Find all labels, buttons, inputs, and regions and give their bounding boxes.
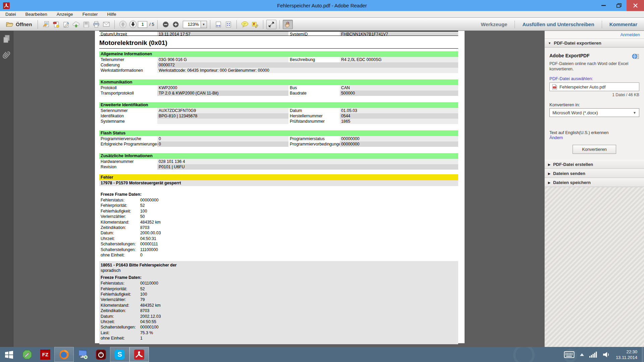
selected-file-box[interactable]: Fehlerspeicher Auto.pdf: [549, 82, 639, 91]
table-row: Programmierversuche 0 Programmierstatus …: [99, 136, 458, 141]
freeze-frame-row: Fehlerstatus:00110000: [99, 281, 458, 286]
menu-bearbeiten[interactable]: Bearbeiten: [25, 12, 47, 17]
tools-button[interactable]: Werkzeuge: [478, 21, 511, 27]
network-signal-icon[interactable]: [589, 351, 597, 358]
row-label: Teilenummer: [99, 57, 157, 62]
table-row: Revision P0101 | U6FU: [99, 164, 458, 170]
signin-link[interactable]: Anmelden: [620, 32, 640, 37]
store-files-section-header[interactable]: ▶ Dateien speichern: [545, 178, 644, 187]
show-hidden-icons-chevron[interactable]: [580, 353, 584, 356]
windows-logo-icon: [4, 350, 14, 359]
workspace: Datum/Uhrzeit 13.11.2014 17:57 SystemID …: [0, 31, 644, 347]
comment-bubble-icon[interactable]: [240, 20, 250, 29]
keyboard-icon[interactable]: [564, 351, 575, 358]
table-row: Transportprotokoll TP 2.0 & KWP2000 (CAN…: [99, 90, 458, 96]
fullscreen-icon[interactable]: [266, 20, 276, 29]
row-value: 1865: [340, 119, 458, 124]
create-pdf-section-header[interactable]: ▶ PDF-Datei erstellen: [545, 160, 644, 169]
fit-width-icon[interactable]: [213, 20, 223, 29]
frame-value: 484352 km: [140, 303, 161, 308]
section-header: Flash Status: [99, 130, 458, 136]
export-pdf-section-header[interactable]: ▼ PDF-Datei exportieren: [545, 39, 644, 48]
previous-page-icon[interactable]: [118, 20, 128, 29]
save-icon[interactable]: [81, 20, 91, 29]
row-label: Identifikation: [99, 113, 157, 119]
fit-page-icon[interactable]: [223, 20, 233, 29]
zoom-level-control[interactable]: 123% ▼: [183, 21, 207, 28]
table-row: Hardwarenummer 028 101 136 4: [99, 159, 458, 164]
greenshot-icon[interactable]: [18, 347, 36, 362]
frame-value: 2002.12.03: [140, 314, 161, 319]
volume-icon[interactable]: [602, 351, 610, 358]
row-label: Systemname: [99, 119, 157, 124]
convert-to-label: Konvertieren in:: [549, 102, 639, 107]
frame-value: 79: [140, 297, 145, 302]
toolbar-separator: [157, 20, 158, 29]
frame-key: Fehlerhäufigkeit:: [101, 208, 140, 214]
taskbar-clock[interactable]: 22:30 13.11.2014: [616, 349, 637, 360]
section-header: Allgemeine Informationen: [99, 51, 458, 57]
highlight-text-icon[interactable]: [250, 20, 260, 29]
error-title: 17978 - P1570 Motorsteuergerät gesperrt: [99, 180, 458, 186]
frame-value: 8703: [140, 225, 149, 230]
skype-icon[interactable]: S: [110, 347, 129, 362]
next-page-icon[interactable]: [128, 20, 138, 29]
power-app-icon[interactable]: [92, 347, 110, 362]
create-pdf-icon[interactable]: [51, 20, 61, 29]
tools-panel: Anmelden ▼ PDF-Datei exportieren Adobe E…: [544, 31, 644, 347]
convert-button[interactable]: Konvertieren: [573, 145, 616, 154]
open-button[interactable]: Öffnen: [3, 20, 35, 28]
freeze-frame-row: Uhrzeit:04:50:55: [99, 319, 458, 324]
show-desktop-button[interactable]: [642, 347, 644, 362]
frame-value: 1: [140, 336, 143, 341]
frame-key: ohne Einheit:: [101, 336, 140, 341]
page-title: Motorelektronik (0x01): [99, 39, 458, 49]
zoom-level-value[interactable]: 123%: [183, 21, 201, 28]
section-header: Kommunikation: [99, 79, 458, 85]
toolbar-separator: [279, 20, 280, 29]
chevron-right-icon: ▶: [548, 172, 550, 175]
pdf-page: Datum/Uhrzeit 13.11.2014 17:57 SystemID …: [95, 31, 465, 343]
row-value: 0000072: [157, 62, 458, 68]
filezilla-icon[interactable]: FZ: [36, 347, 54, 362]
remote-desktop-icon[interactable]: [74, 347, 92, 362]
menu-fenster[interactable]: Fenster: [83, 12, 98, 17]
zoom-out-icon[interactable]: [161, 20, 171, 29]
frame-value: 8703: [140, 308, 149, 313]
export-pdf-icon[interactable]: [41, 20, 51, 29]
frame-value: 00000000: [140, 198, 159, 202]
document-scroll-area[interactable]: Datum/Uhrzeit 13.11.2014 17:57 SystemID …: [14, 31, 544, 347]
window-title: Fehlerspeicher Auto.pdf - Adobe Reader: [0, 3, 644, 8]
menu-datei[interactable]: Datei: [5, 12, 16, 17]
print-icon[interactable]: [91, 20, 101, 29]
start-button[interactable]: [0, 347, 18, 362]
cloud-upload-icon[interactable]: [71, 20, 81, 29]
format-select[interactable]: Microsoft Word (*.docx) ▼: [549, 108, 639, 117]
zoom-in-icon[interactable]: [171, 20, 181, 29]
table-row: Erfolgreiche Programmierungen 0 Programm…: [99, 141, 458, 147]
fill-sign-button[interactable]: Ausfüllen und Unterschreiben: [519, 21, 597, 27]
page-number-input[interactable]: [138, 21, 147, 28]
frame-key: Fehlerstatus:: [101, 197, 140, 203]
frame-key: Schalterstellungen:: [101, 247, 140, 252]
adobe-reader-taskbar-icon[interactable]: [129, 347, 149, 362]
sign-document-icon[interactable]: [61, 20, 71, 29]
frame-key: Datum:: [101, 314, 140, 319]
touch-mode-icon[interactable]: [283, 20, 293, 29]
menu-hilfe[interactable]: Hilfe: [107, 12, 116, 17]
select-file-label: PDF-Datei auswählen:: [549, 76, 639, 81]
email-icon[interactable]: [101, 20, 111, 29]
chevron-down-icon[interactable]: ▼: [201, 21, 207, 28]
menu-anzeige[interactable]: Anzeige: [57, 12, 73, 17]
firefox-icon[interactable]: [54, 347, 74, 362]
row-label: Hardwarenummer: [99, 159, 157, 164]
comment-panel-button[interactable]: Kommentar: [606, 21, 641, 27]
row-label: Codierung: [99, 62, 157, 68]
title-bar: Fehlerspeicher Auto.pdf - Adobe Reader: [0, 0, 644, 11]
send-files-section-header[interactable]: ▶ Dateien senden: [545, 169, 644, 178]
page-thumbnails-icon[interactable]: [3, 35, 11, 44]
attachments-paperclip-icon[interactable]: [2, 50, 11, 60]
change-language-link[interactable]: Ändern: [549, 135, 639, 140]
clock-date: 13.11.2014: [616, 355, 637, 360]
table-row: Werkstattinformationen Werkstattcode: 06…: [99, 68, 458, 73]
